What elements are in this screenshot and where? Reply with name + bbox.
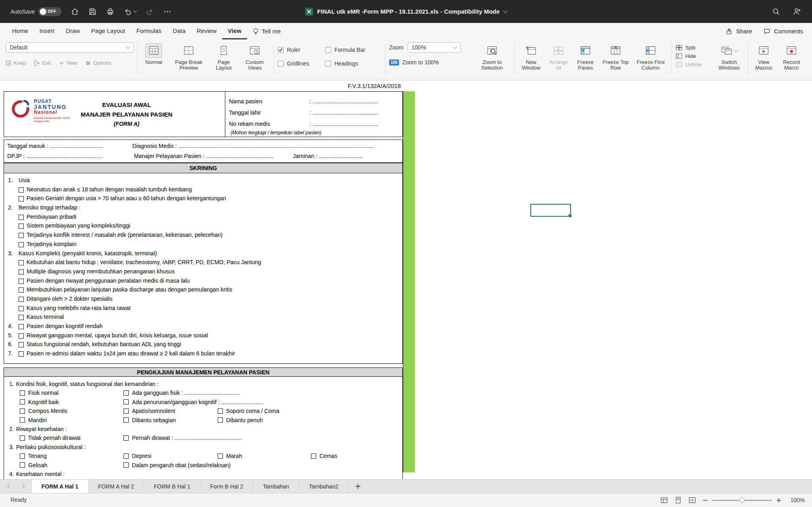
unhide-button[interactable]: Unhide [676,62,714,68]
title-chevron-icon[interactable] [503,8,507,13]
page-break-preview-button[interactable]: Page Break Preview [169,42,208,71]
page-layout-label: Page Layout [211,60,236,71]
exit-button[interactable]: Exit [34,60,51,66]
birth-date-label: Tanggal lahir [229,109,309,116]
page-layout-view-button[interactable]: Page Layout [211,42,236,71]
tab-insert[interactable]: Insert [34,23,60,39]
gridlines-label: Gridlines [287,60,309,67]
checkbox-glyph [19,351,24,357]
tab-page-layout[interactable]: Page Layout [86,23,131,39]
tab-draw[interactable]: Draw [60,23,86,39]
checkbox-label: Apatis/somnolent [132,408,175,414]
worksheet-canvas[interactable]: F.V.3.1/132A/A/2018 PUSAT JANTUNG Nasion… [0,80,812,479]
search-icon[interactable] [772,7,781,16]
use-relative-references-button[interactable]: Use Relative References [807,42,812,71]
hide-icon [676,53,682,59]
keep-button[interactable]: Keep [6,60,26,66]
line-text: Usia [19,177,30,183]
add-sheet-button[interactable] [348,480,367,493]
comments-button[interactable]: Comments [763,28,803,35]
line-number: 4. [8,323,13,329]
zoom-slider-track[interactable] [712,500,772,501]
more-commands-icon[interactable] [163,7,172,16]
zoom-in-icon[interactable] [776,498,781,503]
checkbox-glyph [218,454,223,459]
undo-icon[interactable] [124,7,136,16]
record-macro-button[interactable]: Record Macro [779,42,804,71]
titlebar: AutoSave OFF FINAL utk eMR -Form MPP - 1 [0,0,812,23]
line-text: Kondisi fisik, kognitif, status fungsion… [16,381,159,387]
share-user-icon[interactable] [793,7,802,16]
checkbox-item: Depresi [124,453,151,459]
options-button[interactable]: Options [85,60,111,66]
zoom-to-selection-button[interactable]: Zoom to Selection [474,42,511,71]
page-layout-view-shortcut-icon[interactable] [674,497,682,504]
print-icon[interactable] [106,7,115,16]
tab-formulas[interactable]: Formulas [131,23,167,39]
sheet-tab-form-b-hal-2[interactable]: Form B Hal 2 [200,480,253,493]
zoom-dropdown[interactable]: 100% [408,42,461,53]
undo-menu-chevron-icon[interactable] [133,9,136,12]
new-window-button[interactable]: New Window [518,42,544,71]
normal-view-button[interactable]: Normal [141,42,166,71]
autosave-pill[interactable]: OFF [38,7,62,16]
record-macro-label: Record Macro [779,60,804,71]
sheet-tab-form-b-hal-1[interactable]: FORM B Hal 1 [144,480,200,493]
hide-button[interactable]: Hide [676,53,714,59]
admission-info-box: Tanggal masuk : ........................… [4,140,403,163]
keep-icon [6,60,11,66]
tab-view[interactable]: View [222,23,247,39]
checkbox-label: Depresi [132,453,151,459]
gridlines-checkbox[interactable]: Gridlines [278,59,325,68]
scroll-tabs-right-icon[interactable] [20,484,25,489]
normal-view-icon [145,43,162,58]
plus-icon [355,484,361,489]
custom-views-button[interactable]: Custom Views [239,42,270,71]
new-sheet-view-button[interactable]: New [59,60,77,66]
checkbox-label: Dibantu penuh [226,417,263,423]
zoom-out-icon[interactable] [703,498,708,503]
freeze-top-row-button[interactable]: Freeze Top Row [600,42,631,71]
switch-windows-button[interactable]: Switch Windows [714,42,744,71]
checkbox-glyph [19,260,24,265]
ruler-checkbox[interactable]: Ruler [278,45,325,54]
arrange-all-button[interactable]: Arrange All [546,42,571,71]
home-icon[interactable] [70,7,79,16]
page-break-preview-icon [180,43,197,58]
line-text: Berisiko tinggi terhadap : [19,204,80,211]
freeze-panes-button[interactable]: Freeze Panes [573,42,598,71]
autosave-toggle[interactable]: AutoSave OFF [10,7,62,16]
sheet-tab-form-a-hal-1[interactable]: FORM A Hal 1 [31,480,89,493]
sheet-tab-tambahan[interactable]: Tambahan [253,480,299,493]
scroll-tabs-left-icon[interactable] [7,484,12,489]
save-icon[interactable] [88,7,97,16]
tab-review[interactable]: Review [191,23,222,39]
headings-checkbox[interactable]: Headings [325,59,381,68]
comment-icon [763,28,771,35]
split-button[interactable]: Split [676,45,714,51]
tab-data[interactable]: Data [167,23,191,39]
zoom-to-100-button[interactable]: 100 Zoom to 100% [389,59,468,66]
checkbox-glyph [19,215,24,220]
sheet-view-dropdown[interactable]: Default [6,42,134,53]
checkbox-glyph [19,306,24,311]
ribbon-divider [748,43,748,76]
form-line: Kasus yang melebihi rata-rata lama rawat [4,305,402,314]
status-bar-right: 100% [660,493,805,507]
checkbox-glyph [124,417,129,423]
selected-cell[interactable] [530,204,571,217]
sheet-tab-form-a-hal-2[interactable]: FORM A Hal 2 [89,480,144,493]
formula-bar-checkbox[interactable]: Formula Bar [325,45,381,54]
tell-me-button[interactable]: Tell me [247,23,286,39]
tab-home[interactable]: Home [6,23,34,39]
zoom-slider-thumb[interactable] [740,498,745,503]
view-macros-button[interactable]: View Macros [752,42,776,71]
checkbox-glyph [20,390,25,396]
page-break-preview-shortcut-icon[interactable] [688,497,696,504]
freeze-first-column-button[interactable]: Freeze First Column [633,42,668,71]
normal-view-shortcut-icon[interactable] [660,497,668,504]
patient-name-label: Nama pasien [229,98,309,105]
sheet-tab-tambahan2[interactable]: Tambahan2 [299,480,348,493]
share-button[interactable]: Share [725,28,752,35]
zoom-label: Zoom [389,44,404,51]
